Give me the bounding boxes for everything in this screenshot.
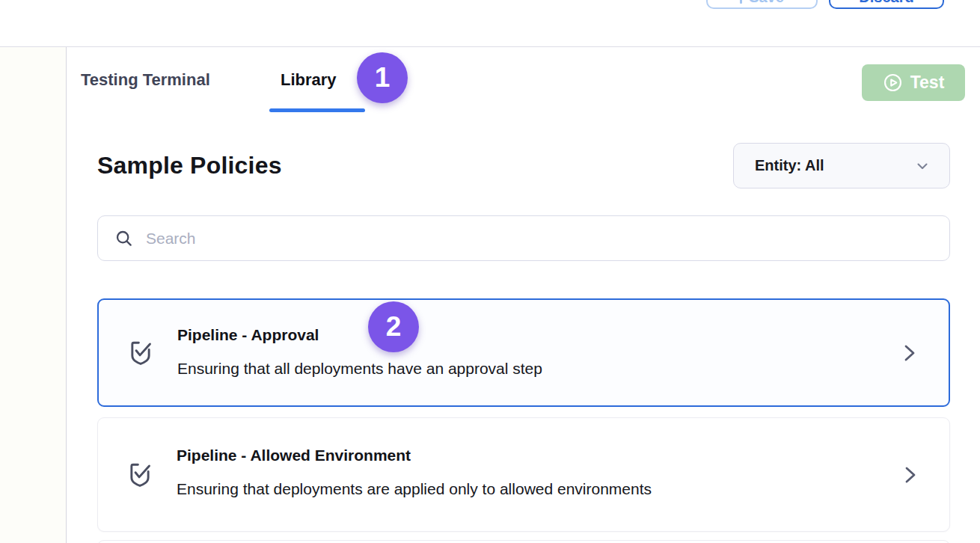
search-box: [97, 215, 950, 261]
discard-button-label: Discard: [859, 0, 913, 6]
policy-card-partial[interactable]: [97, 540, 950, 543]
entity-filter-dropdown[interactable]: Entity: All: [733, 143, 950, 188]
tab-testing-terminal[interactable]: Testing Terminal: [81, 69, 210, 91]
policy-card-pipeline-allowed-environment[interactable]: Pipeline - Allowed Environment Ensuring …: [97, 417, 950, 532]
search-icon: [114, 229, 134, 248]
shield-check-icon: [125, 337, 156, 369]
entity-filter-value: Entity: All: [755, 157, 824, 174]
policy-description: Ensuring that all deployments have an ap…: [177, 358, 542, 380]
topbar: Save Discard: [0, 0, 980, 47]
chevron-down-icon: [913, 157, 931, 175]
page-title: Sample Policies: [97, 150, 282, 180]
tab-library[interactable]: Library: [281, 69, 337, 91]
play-circle-icon: [883, 73, 903, 93]
annotation-step-2-badge: 2: [368, 301, 419, 352]
shield-check-icon: [124, 459, 156, 491]
save-button[interactable]: Save: [706, 0, 818, 9]
active-tab-indicator: [269, 108, 365, 112]
save-button-label: Save: [749, 0, 784, 6]
sidebar-strip: [0, 47, 67, 543]
search-input[interactable]: [146, 230, 933, 248]
chevron-right-icon: [899, 342, 920, 364]
test-button[interactable]: Test: [862, 64, 965, 101]
save-icon: [740, 0, 742, 4]
test-button-label: Test: [910, 73, 945, 93]
policy-description: Ensuring that deployments are applied on…: [177, 478, 652, 500]
policy-title: Pipeline - Approval: [177, 325, 319, 346]
policy-title: Pipeline - Allowed Environment: [177, 445, 411, 466]
policy-card-pipeline-approval[interactable]: Pipeline - Approval Ensuring that all de…: [97, 298, 950, 407]
chevron-right-icon: [900, 464, 921, 486]
discard-button[interactable]: Discard: [829, 0, 944, 9]
annotation-step-1-badge: 1: [357, 52, 408, 103]
